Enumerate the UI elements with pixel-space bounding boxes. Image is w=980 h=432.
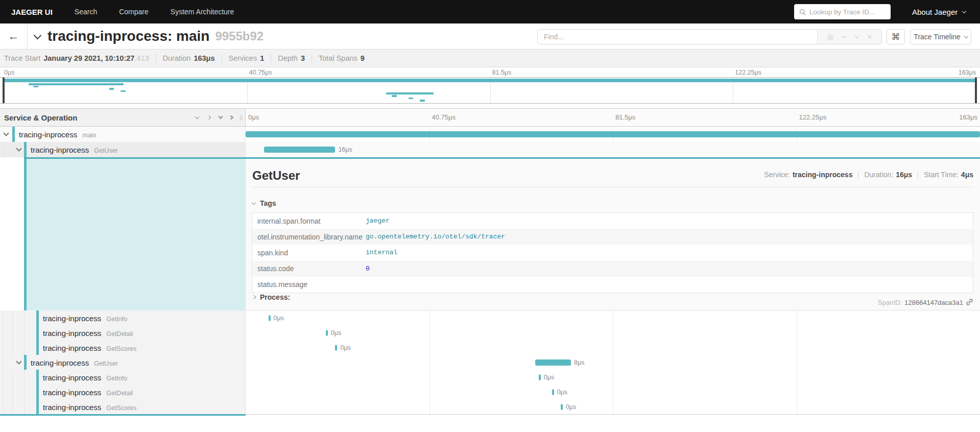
meta-label: Service: (764, 171, 790, 179)
span-row[interactable]: tracing-inprocessGetUser8μs (0, 355, 980, 370)
minimap-span (392, 95, 397, 97)
process-section-toggle[interactable]: Process: (252, 293, 290, 301)
command-icon: ⌘ (892, 32, 900, 42)
link-icon[interactable] (966, 298, 973, 306)
span-duration-bar[interactable] (539, 374, 541, 380)
timeline-tick-label: 81.5μs (615, 113, 635, 121)
column-resize-handle[interactable] (240, 115, 242, 121)
span-name-cell[interactable]: tracing-inprocessGetDetail (0, 385, 246, 399)
minimap-span (420, 100, 425, 102)
expand-one-icon[interactable] (207, 116, 210, 119)
span-duration-bar[interactable] (335, 345, 337, 350)
chevron-down-icon[interactable] (16, 146, 21, 151)
detail-operation-name: GetUser (252, 169, 300, 183)
span-row[interactable]: tracing-inprocessGetDetail0μs (0, 385, 980, 399)
span-duration-bar[interactable] (552, 389, 554, 395)
about-jaeger-menu[interactable]: About Jaeger (912, 0, 966, 23)
span-row[interactable]: tracing-inprocessGetInfo0μs (0, 310, 980, 325)
find-input[interactable] (538, 30, 817, 44)
previous-match-icon[interactable] (842, 36, 846, 40)
find-box: ◎ × (537, 29, 882, 44)
span-name-cell[interactable]: tracing-inprocessGetScores (0, 399, 246, 414)
span-bar-cell[interactable]: 16μs (246, 142, 980, 157)
span-row[interactable]: tracing-inprocessGetScores0μs (0, 399, 980, 414)
span-duration-label: 0μs (340, 344, 350, 351)
span-duration-bar[interactable] (326, 330, 328, 335)
tag-row[interactable]: status.message (252, 277, 973, 293)
minimap-right-handle[interactable] (975, 78, 977, 103)
trace-view-selector[interactable]: Trace Timeline (910, 29, 971, 44)
nav-item-system-architecture[interactable]: System Architecture (171, 8, 234, 16)
about-jaeger-label: About Jaeger (912, 8, 958, 16)
trace-minimap[interactable] (0, 77, 980, 104)
span-duration-label: 0μs (544, 374, 554, 381)
span-row[interactable]: tracing-inprocessGetUser16μs (0, 142, 980, 157)
span-bar-cell[interactable]: 0μs (246, 399, 980, 414)
tag-row[interactable]: internal.span.formatjaeger (252, 213, 973, 229)
summary-value: January 29 2021, 10:10:27 (43, 54, 134, 62)
span-name-cell[interactable]: tracing-inprocessmain (0, 127, 246, 142)
span-name-cell[interactable]: tracing-inprocessGetInfo (0, 370, 246, 385)
summary-separator (271, 54, 271, 63)
nav-menu: SearchCompareSystem Architecture (53, 7, 234, 16)
span-operation-name: GetUser (94, 359, 118, 367)
chevron-down-icon[interactable] (3, 130, 9, 136)
span-bar-cell[interactable]: 0μs (246, 310, 980, 325)
minimap-left-handle[interactable] (3, 78, 5, 103)
span-bar-cell[interactable] (246, 127, 980, 142)
summary-separator (222, 54, 222, 63)
collapse-trace-chevron-icon[interactable] (34, 31, 42, 39)
span-duration-bar[interactable] (264, 147, 335, 153)
span-duration-bar[interactable] (246, 131, 980, 137)
span-operation-name: GetScores (106, 404, 136, 411)
span-row[interactable]: tracing-inprocessmain (0, 127, 980, 142)
span-name-cell[interactable]: tracing-inprocessGetUser (0, 355, 246, 370)
span-bar-cell[interactable]: 0μs (246, 325, 980, 340)
nav-item-compare[interactable]: Compare (119, 8, 149, 16)
service-operation-header: Service & Operation (4, 113, 77, 122)
trace-id-lookup[interactable] (794, 4, 891, 19)
keyboard-shortcuts-button[interactable]: ⌘ (887, 29, 905, 44)
span-duration-bar[interactable] (269, 315, 271, 321)
tag-row[interactable]: status.code0 (252, 261, 973, 277)
timeline-tick-label: 0μs (248, 113, 259, 121)
tags-section-toggle[interactable]: Tags (252, 199, 276, 207)
span-bar-cell[interactable]: 0μs (246, 385, 980, 399)
next-match-icon[interactable] (854, 34, 858, 38)
span-color-bar (36, 310, 39, 325)
focus-match-icon[interactable]: ◎ (827, 33, 833, 40)
indent-guide (24, 325, 25, 340)
span-row[interactable]: tracing-inprocessGetScores0μs (0, 340, 980, 355)
span-bar-cell[interactable]: 0μs (246, 340, 980, 355)
span-name-cell[interactable]: tracing-inprocessGetUser (0, 142, 246, 157)
span-color-bar (24, 157, 27, 310)
span-name-cell[interactable]: tracing-inprocessGetDetail (0, 325, 246, 340)
expand-all-icon[interactable] (231, 116, 233, 119)
tag-key: status.code (252, 265, 366, 273)
timeline-tick-label: 122.25μs (799, 113, 827, 121)
span-row[interactable]: tracing-inprocessGetInfo0μs (0, 370, 980, 385)
summary-separator (156, 54, 156, 63)
indent-guide (3, 142, 4, 157)
jaeger-logo[interactable]: JAEGER UI (11, 8, 53, 16)
indent-guide (3, 399, 4, 414)
span-name-cell[interactable]: tracing-inprocessGetScores (0, 340, 246, 355)
span-name-cell[interactable]: tracing-inprocessGetInfo (0, 310, 246, 325)
back-button[interactable]: ← (0, 23, 28, 49)
clear-find-icon[interactable]: × (868, 33, 872, 40)
collapse-one-icon[interactable] (196, 117, 199, 118)
timeline-header-left: Service & Operation (0, 109, 246, 126)
collapse-all-icon[interactable] (219, 116, 222, 118)
tag-row[interactable]: span.kindinternal (252, 245, 973, 260)
minimap-span (121, 90, 126, 92)
span-duration-bar[interactable] (535, 359, 571, 366)
span-row[interactable]: tracing-inprocessGetDetail0μs (0, 325, 980, 340)
span-operation-name: GetUser (94, 147, 118, 154)
span-bar-cell[interactable]: 8μs (246, 355, 980, 370)
nav-item-search[interactable]: Search (75, 8, 97, 16)
span-duration-bar[interactable] (561, 404, 563, 410)
tag-row[interactable]: otel.instrumentation_library.namego.open… (252, 229, 973, 245)
chevron-down-icon[interactable] (16, 358, 21, 364)
span-bar-cell[interactable]: 0μs (246, 370, 980, 385)
trace-id-lookup-input[interactable] (809, 8, 886, 16)
